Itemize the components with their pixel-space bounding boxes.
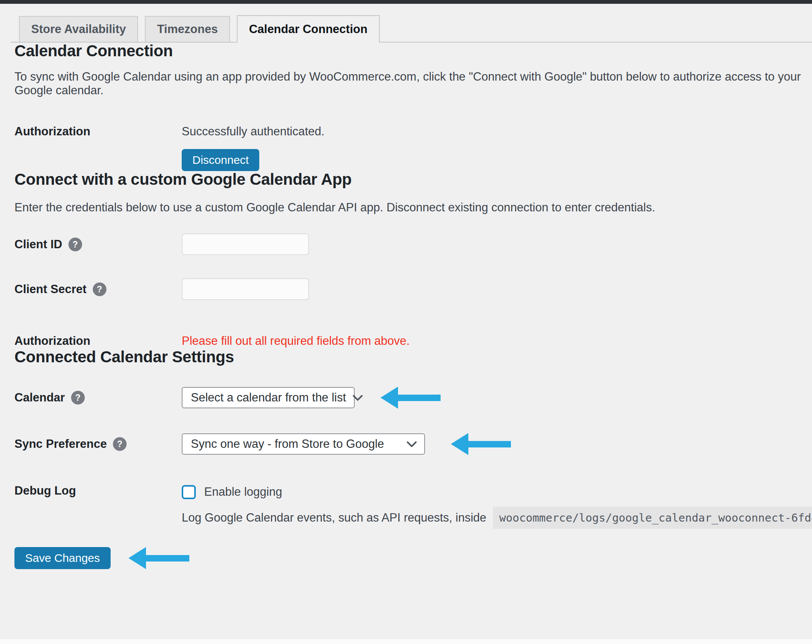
connected-settings-heading: Connected Calendar Settings bbox=[14, 349, 812, 365]
page-title: Calendar Connection bbox=[14, 43, 812, 59]
debug-log-controls: Enable logging Log Google Calendar event… bbox=[182, 483, 812, 529]
calendar-label: Calendar bbox=[14, 390, 65, 405]
client-id-label-group: Client ID ? bbox=[14, 237, 182, 252]
client-id-label: Client ID bbox=[14, 237, 62, 252]
authorization-row: Authorization Successfully authenticated… bbox=[14, 124, 812, 171]
enable-logging-checkbox[interactable] bbox=[182, 485, 196, 499]
annotation-arrow-calendar bbox=[381, 387, 441, 409]
log-help-line: Log Google Calendar events, such as API … bbox=[182, 507, 812, 529]
annotation-arrow-save bbox=[128, 547, 189, 569]
client-secret-field[interactable] bbox=[182, 278, 309, 300]
disconnect-button[interactable]: Disconnect bbox=[182, 149, 259, 171]
settings-content: Calendar Connection To sync with Google … bbox=[0, 43, 812, 569]
authorization-error-text: Please fill out all required fields from… bbox=[182, 333, 410, 349]
sync-preference-label: Sync Preference bbox=[14, 436, 107, 452]
enable-logging-line: Enable logging bbox=[182, 483, 812, 501]
client-secret-label: Client Secret bbox=[14, 282, 87, 297]
help-icon[interactable]: ? bbox=[71, 391, 85, 404]
arrow-shaft bbox=[146, 555, 189, 562]
bottom-strip bbox=[0, 639, 812, 644]
calendar-select-value: Select a calendar from the list bbox=[191, 391, 346, 404]
enable-logging-label: Enable logging bbox=[204, 485, 282, 499]
save-changes-button[interactable]: Save Changes bbox=[14, 547, 111, 569]
help-icon[interactable]: ? bbox=[93, 282, 106, 296]
chevron-down-icon bbox=[353, 395, 363, 401]
client-id-row: Client ID ? bbox=[14, 233, 812, 255]
client-secret-label-group: Client Secret ? bbox=[14, 282, 182, 297]
calendar-select[interactable]: Select a calendar from the list bbox=[182, 387, 355, 408]
settings-tabs: Store Availability Timezones Calendar Co… bbox=[11, 15, 812, 43]
help-icon[interactable]: ? bbox=[68, 238, 82, 251]
help-icon[interactable]: ? bbox=[113, 437, 127, 451]
chevron-down-icon bbox=[407, 441, 417, 447]
authorization-value: Successfully authenticated. Disconnect bbox=[182, 124, 325, 171]
sync-preference-select[interactable]: Sync one way - from Store to Google bbox=[182, 433, 425, 455]
client-secret-row: Client Secret ? bbox=[14, 278, 812, 300]
auth-status-text: Successfully authenticated. bbox=[182, 124, 325, 139]
custom-app-heading: Connect with a custom Google Calendar Ap… bbox=[14, 171, 812, 188]
annotation-arrow-sync bbox=[451, 433, 511, 455]
admin-top-bar bbox=[0, 0, 812, 4]
client-id-field[interactable] bbox=[182, 233, 309, 255]
log-help-text: Log Google Calendar events, such as API … bbox=[182, 511, 486, 525]
tab-timezones[interactable]: Timezones bbox=[145, 16, 230, 42]
tab-calendar-connection[interactable]: Calendar Connection bbox=[237, 15, 380, 43]
debug-log-label: Debug Log bbox=[14, 483, 182, 498]
save-row: Save Changes bbox=[14, 547, 812, 569]
sync-preference-row: Sync Preference ? Sync one way - from St… bbox=[14, 433, 812, 455]
sync-preference-label-group: Sync Preference ? bbox=[14, 436, 182, 452]
arrow-head-icon bbox=[381, 387, 398, 409]
authorization-error-row: Authorization Please fill out all requir… bbox=[14, 333, 812, 349]
tab-store-availability[interactable]: Store Availability bbox=[19, 16, 138, 42]
debug-log-row: Debug Log Enable logging Log Google Cale… bbox=[14, 483, 812, 529]
custom-app-description: Enter the credentials below to use a cus… bbox=[14, 201, 812, 214]
log-file-path: woocommerce/logs/google_calendar_wooconn… bbox=[493, 507, 812, 529]
calendar-row: Calendar ? Select a calendar from the li… bbox=[14, 387, 812, 409]
arrow-shaft bbox=[468, 441, 511, 447]
arrow-shaft bbox=[398, 395, 441, 401]
arrow-head-icon bbox=[128, 547, 146, 569]
authorization-label: Authorization bbox=[14, 333, 182, 349]
calendar-label-group: Calendar ? bbox=[14, 390, 182, 405]
authorization-label: Authorization bbox=[14, 124, 182, 139]
connection-description: To sync with Google Calendar using an ap… bbox=[14, 70, 812, 97]
arrow-head-icon bbox=[451, 433, 468, 455]
sync-preference-select-value: Sync one way - from Store to Google bbox=[191, 437, 384, 451]
